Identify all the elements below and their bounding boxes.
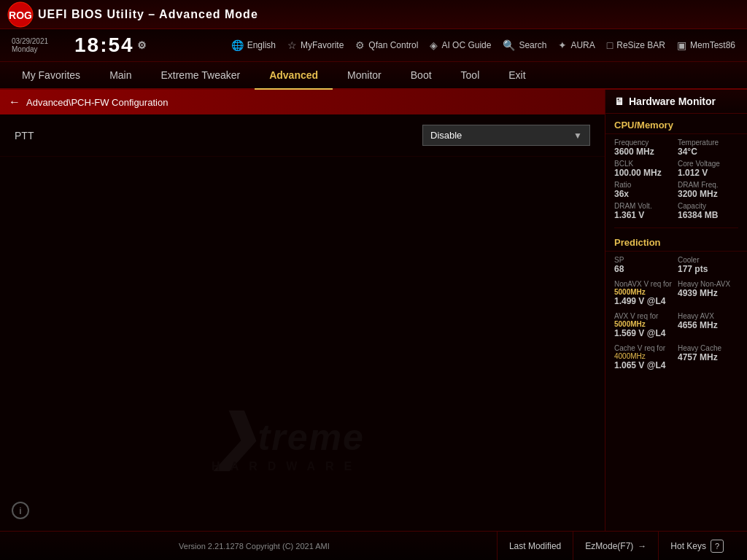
toolbar-aura[interactable]: ✦ AURA [558, 39, 595, 51]
nav-extreme-tweaker-label: Extreme Tweaker [160, 69, 240, 81]
heavy-nonavx-label: Heavy Non-AVX [678, 280, 738, 288]
frequency-value: 3600 MHz [614, 147, 675, 157]
star-icon: ☆ [287, 39, 297, 51]
hot-keys-button[interactable]: Hot Keys ? [658, 532, 735, 561]
nav-monitor-label: Monitor [347, 69, 382, 81]
header: ROG UEFI BIOS Utility – Advanced Mode [0, 0, 747, 29]
cache-value: 1.065 V @L4 [614, 360, 675, 370]
hw-row-cache: Cache V req for 4000MHz 1.065 V @L4 Heav… [605, 343, 747, 372]
ez-mode-button[interactable]: EzMode(F7) → [573, 532, 658, 561]
ratio-label: Ratio [614, 181, 675, 189]
day-text: Monday [12, 45, 63, 53]
ez-mode-icon: → [638, 541, 646, 551]
hw-row-freq-temp: Frequency 3600 MHz Temperature 34°C [605, 137, 747, 158]
question-icon: ? [711, 540, 724, 553]
ratio-value: 36x [614, 189, 675, 199]
frequency-label: Frequency [614, 139, 675, 147]
temperature-label: Temperature [678, 139, 738, 147]
capacity-value: 16384 MB [678, 210, 738, 220]
nav-exit[interactable]: Exit [494, 62, 540, 90]
bclk-label: BCLK [614, 160, 675, 168]
aura-icon: ✦ [558, 39, 567, 51]
toolbar-myfavorite[interactable]: ☆ MyFavorite [287, 39, 344, 51]
info-icon-area[interactable]: i [12, 502, 29, 519]
header-logo: ROG [7, 1, 34, 28]
nav-tool-label: Tool [461, 69, 480, 81]
info-icon[interactable]: i [12, 502, 29, 519]
time-settings-icon[interactable]: ⚙ [137, 39, 148, 51]
prediction-section-title: Prediction [605, 231, 747, 252]
watermark: ❯ treme HARDWARE [209, 408, 365, 472]
ptt-config-row: PTT Disable ▼ Disable Enable [0, 114, 605, 157]
hw-cell-heavy-nonavx: Heavy Non-AVX 4939 MHz [678, 280, 738, 298]
hw-row-bclk-voltage: BCLK 100.00 MHz Core Voltage 1.012 V [605, 158, 747, 179]
toolbar-qfan-label: Qfan Control [368, 40, 418, 50]
temperature-value: 34°C [678, 147, 738, 157]
nav-advanced[interactable]: Advanced [255, 62, 333, 90]
ez-mode-label: EzMode(F7) [585, 541, 633, 551]
hw-cell-heavy-cache: Heavy Cache 4757 MHz [678, 344, 738, 362]
time-bar: 03/29/2021 Monday 18:54 ⚙ 🌐 English ☆ My… [0, 29, 747, 62]
nav-tool[interactable]: Tool [446, 62, 495, 90]
hw-cell-dram-freq: DRAM Freq. 3200 MHz [678, 181, 738, 199]
avx-value: 1.569 V @L4 [614, 328, 675, 338]
back-arrow-icon[interactable]: ← [9, 96, 20, 109]
nav-monitor[interactable]: Monitor [333, 62, 396, 90]
toolbar-resize-label: ReSize BAR [616, 40, 665, 50]
nonavx-value: 1.499 V @L4 [614, 296, 675, 306]
nav-main[interactable]: Main [95, 62, 146, 90]
ptt-dropdown[interactable]: Disable ▼ Disable Enable [422, 125, 590, 146]
dram-volt-label: DRAM Volt. [614, 202, 675, 210]
heavy-avx-value: 4656 MHz [678, 320, 738, 330]
hw-row-nonavx: NonAVX V req for 5000MHz 1.499 V @L4 Hea… [605, 279, 747, 308]
cooler-label: Cooler [678, 256, 738, 264]
toolbar-memtest[interactable]: ▣ MemTest86 [677, 39, 735, 51]
toolbar-qfan[interactable]: ⚙ Qfan Control [355, 39, 418, 51]
toolbar-items: 🌐 English ☆ MyFavorite ⚙ Qfan Control ◈ … [231, 39, 735, 51]
cpu-memory-section-title: CPU/Memory [605, 114, 747, 134]
toolbar-aioc-label: AI OC Guide [441, 40, 491, 50]
hot-keys-label: Hot Keys [670, 541, 706, 551]
core-voltage-label: Core Voltage [678, 160, 738, 168]
hw-monitor-title: 🖥 Hardware Monitor [605, 90, 747, 114]
toolbar-search[interactable]: 🔍 Search [503, 39, 546, 51]
dram-freq-value: 3200 MHz [678, 189, 738, 199]
footer-actions: Last Modified EzMode(F7) → Hot Keys ? [497, 532, 735, 561]
last-modified-label: Last Modified [509, 541, 561, 551]
rog-logo-icon: ROG [7, 1, 34, 28]
time-text: 18:54 [74, 34, 134, 57]
watermark-hardware-text: HARDWARE [212, 461, 362, 472]
hw-cell-heavy-avx: Heavy AVX 4656 MHz [678, 312, 738, 330]
hw-row-avx: AVX V req for 5000MHz 1.569 V @L4 Heavy … [605, 311, 747, 340]
hw-cell-cache: Cache V req for 4000MHz 1.065 V @L4 [614, 344, 675, 370]
toolbar-english[interactable]: 🌐 English [231, 39, 276, 51]
nav-advanced-label: Advanced [269, 69, 318, 81]
date-block: 03/29/2021 Monday [12, 37, 63, 53]
svg-text:ROG: ROG [9, 9, 32, 21]
toolbar-search-label: Search [519, 40, 546, 50]
toolbar-resize[interactable]: □ ReSize BAR [607, 39, 665, 51]
heavy-avx-label: Heavy AVX [678, 312, 738, 320]
sp-label: SP [614, 256, 675, 264]
hw-divider [614, 228, 738, 228]
app-title: UEFI BIOS Utility – Advanced Mode [38, 8, 258, 21]
bclk-value: 100.00 MHz [614, 168, 675, 178]
toolbar-aioc[interactable]: ◈ AI OC Guide [430, 39, 491, 51]
footer: Version 2.21.1278 Copyright (C) 2021 AMI… [0, 531, 747, 560]
nav-boot[interactable]: Boot [396, 62, 446, 90]
heavy-cache-value: 4757 MHz [678, 352, 738, 362]
hw-row-ratio-dram: Ratio 36x DRAM Freq. 3200 MHz [605, 179, 747, 201]
nav-exit-label: Exit [508, 69, 525, 81]
time-display: 18:54 ⚙ [74, 34, 148, 57]
hw-cell-cooler: Cooler 177 pts [678, 256, 738, 274]
ai-icon: ◈ [430, 39, 438, 51]
heavy-cache-label: Heavy Cache [678, 344, 738, 352]
nav-my-favorites[interactable]: My Favorites [7, 62, 95, 90]
ptt-label: PTT [15, 130, 422, 141]
globe-icon: 🌐 [231, 39, 244, 51]
version-text: Version 2.21.1278 Copyright (C) 2021 AMI [12, 542, 497, 551]
watermark-treme-text: treme [258, 419, 365, 456]
last-modified-button[interactable]: Last Modified [497, 532, 573, 561]
nav-extreme-tweaker[interactable]: Extreme Tweaker [146, 62, 255, 90]
hw-row-dram-volt-capacity: DRAM Volt. 1.361 V Capacity 16384 MB [605, 201, 747, 222]
